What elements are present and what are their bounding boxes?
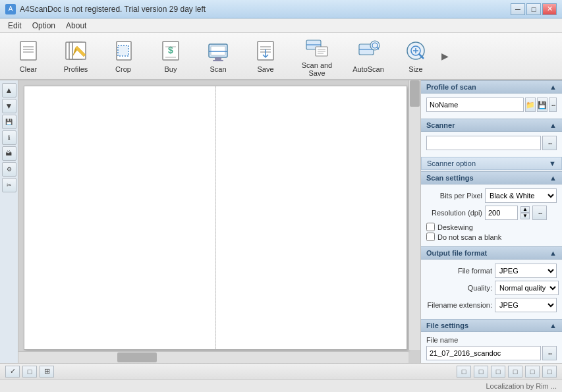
bottom-right-controls: □ □ □ □ □ □ — [457, 366, 557, 378]
clear-label: Clear — [20, 65, 37, 73]
status-bar: Localization by Rim ... — [0, 379, 562, 392]
scanner-name-input[interactable] — [426, 136, 541, 150]
scan-label: Scan — [210, 65, 226, 73]
clear-button[interactable]: Clear — [5, 35, 51, 77]
horizontal-scrollbar[interactable] — [18, 351, 408, 363]
horizontal-scroll-thumb[interactable] — [117, 352, 157, 362]
bottom-toolbar: ✓ □ ⊞ □ □ □ □ □ □ — [0, 363, 562, 379]
page-divider — [215, 86, 216, 349]
profiles-icon — [64, 39, 88, 63]
nav-settings-button[interactable]: ⚙ — [2, 162, 16, 177]
resolution-more-button[interactable]: ··· — [532, 206, 547, 220]
bottom-single-view-button[interactable]: □ — [22, 366, 37, 378]
nav-delete-button[interactable]: ✂ — [2, 178, 16, 192]
scan-and-save-button[interactable]: Scan and Save — [290, 35, 344, 77]
scanner-option-label: Scanner option — [427, 159, 476, 167]
bottom-view6-button[interactable]: □ — [542, 366, 557, 378]
svg-rect-0 — [20, 42, 36, 60]
scan-button[interactable]: Scan — [195, 35, 241, 77]
profiles-label: Profiles — [64, 65, 88, 73]
app-icon: A — [5, 4, 16, 14]
bits-per-pixel-select[interactable]: Black & White Grayscale Color — [485, 188, 557, 203]
profile-collapse-icon[interactable]: ▲ — [549, 83, 557, 91]
file-name-input[interactable] — [426, 346, 541, 360]
close-button[interactable]: ✕ — [542, 3, 557, 15]
scanner-section-content: ··· — [421, 132, 562, 157]
no-scan-blank-label: Do not scan a blank — [437, 233, 501, 241]
scanner-input-row: ··· — [426, 136, 557, 150]
output-format-content: File format JPEG PNG TIFF PDF BMP Qualit… — [421, 260, 562, 319]
output-format-collapse-icon[interactable]: ▲ — [549, 249, 557, 257]
menu-edit[interactable]: Edit — [3, 20, 27, 32]
bottom-left-controls: ✓ □ ⊞ — [5, 366, 54, 378]
output-format-title: Output file format — [426, 249, 487, 257]
scanner-collapse-icon[interactable]: ▲ — [549, 121, 557, 129]
profile-load-button[interactable]: 📁 — [525, 98, 536, 112]
profile-save-button[interactable]: 💾 — [537, 98, 548, 112]
nav-info-button[interactable]: ℹ — [2, 130, 16, 145]
crop-icon — [111, 39, 135, 63]
minimize-button[interactable]: ─ — [511, 3, 525, 15]
profile-name-input[interactable] — [426, 98, 524, 112]
menu-about[interactable]: About — [61, 20, 92, 32]
toolbar-more[interactable]: ▶ — [440, 49, 450, 63]
nav-save-button[interactable]: 💾 — [2, 115, 16, 129]
file-settings-collapse-icon[interactable]: ▲ — [549, 322, 557, 329]
quality-select[interactable]: Normal quality High quality Low quality — [495, 281, 559, 295]
scanner-option-icon: ▼ — [549, 159, 556, 167]
svg-text:$: $ — [168, 45, 173, 55]
svg-rect-17 — [215, 57, 221, 60]
file-name-input-row: ··· — [426, 346, 557, 360]
scan-settings-collapse-icon[interactable]: ▲ — [549, 174, 557, 182]
maximize-button[interactable]: □ — [526, 3, 541, 15]
svg-rect-15 — [211, 46, 225, 55]
size-icon — [404, 39, 428, 63]
resolution-spinner: ▲ ▼ — [520, 206, 530, 219]
scan-settings-title: Scan settings — [426, 174, 474, 182]
bottom-view3-button[interactable]: □ — [491, 366, 505, 378]
menu-option[interactable]: Option — [27, 20, 61, 32]
filename-ext-select[interactable]: JPEG JPG PNG TIFF — [495, 298, 557, 312]
buy-button[interactable]: $ Buy — [148, 35, 194, 77]
quality-label: Quality: — [426, 284, 492, 292]
nav-image-button[interactable]: 🏔 — [2, 146, 16, 161]
deskewing-checkbox[interactable] — [426, 223, 435, 231]
file-name-label: File name — [426, 336, 557, 344]
file-settings-content: File name ··· Save in folder 📁 ··· — [421, 332, 562, 363]
file-format-select[interactable]: JPEG PNG TIFF PDF BMP — [495, 264, 557, 278]
resolution-input[interactable] — [485, 206, 518, 220]
no-scan-blank-checkbox[interactable] — [426, 233, 435, 241]
bottom-view2-button[interactable]: □ — [474, 366, 488, 378]
autoscan-label: AutoScan — [352, 65, 384, 73]
autoscan-button[interactable]: AutoScan — [345, 35, 391, 77]
title-bar: A A4ScanDoc is not registered. Trial ver… — [0, 0, 562, 18]
bits-per-pixel-label: Bits per Pixel — [426, 192, 482, 200]
size-button[interactable]: Size — [393, 35, 439, 77]
scanner-option-bar[interactable]: Scanner option ▼ — [421, 157, 562, 170]
bottom-view5-button[interactable]: □ — [525, 366, 540, 378]
buy-label: Buy — [165, 65, 177, 73]
file-settings-title: File settings — [426, 322, 468, 329]
bottom-grid-view-button[interactable]: ⊞ — [40, 366, 54, 378]
scanner-more-button[interactable]: ··· — [542, 136, 557, 150]
bottom-check-button[interactable]: ✓ — [5, 366, 20, 378]
deskewing-row: Deskewing — [426, 223, 557, 231]
vertical-scrollbar[interactable] — [408, 80, 420, 350]
file-name-more-button[interactable]: ··· — [542, 346, 557, 360]
bottom-view1-button[interactable]: □ — [457, 366, 471, 378]
bits-per-pixel-row: Bits per Pixel Black & White Grayscale C… — [426, 188, 557, 203]
resolution-up-button[interactable]: ▲ — [520, 206, 530, 213]
save-button[interactable]: Save — [242, 35, 289, 77]
resolution-row: Resolution (dpi) ▲ ▼ ··· — [426, 206, 557, 220]
quality-row: Quality: Normal quality High quality Low… — [426, 281, 557, 295]
vertical-scroll-thumb[interactable] — [410, 80, 420, 107]
profile-more-button[interactable]: ··· — [549, 98, 557, 112]
crop-button[interactable]: Crop — [100, 35, 146, 77]
scanner-section-header: Scanner ▲ — [421, 119, 562, 132]
nav-down-button[interactable]: ▼ — [2, 99, 16, 113]
bottom-view4-button[interactable]: □ — [508, 366, 522, 378]
main-area: ▲ ▼ 💾 ℹ 🏔 ⚙ ✂ Profile of scan ▲ 📁 💾 — [0, 80, 562, 363]
resolution-down-button[interactable]: ▼ — [520, 213, 530, 219]
profiles-button[interactable]: Profiles — [53, 35, 99, 77]
nav-up-button[interactable]: ▲ — [2, 83, 16, 98]
